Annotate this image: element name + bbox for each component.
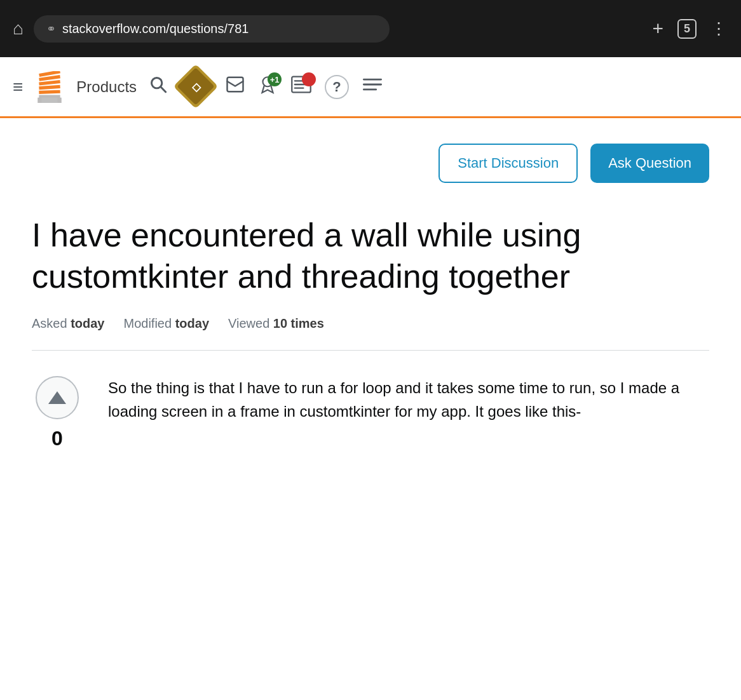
question-body: 0 So the thing is that I have to run a f… — [32, 376, 709, 450]
new-tab-icon[interactable]: + — [652, 18, 663, 39]
so-logo[interactable] — [36, 71, 64, 103]
help-icon[interactable]: ? — [325, 75, 349, 99]
address-bar[interactable]: ⚭ stackoverflow.com/questions/781 — [34, 15, 390, 43]
ask-question-button[interactable]: Ask Question — [590, 144, 709, 183]
review-badge — [302, 72, 316, 86]
so-logo-svg — [36, 71, 64, 103]
question-body-text: So the thing is that I have to run a for… — [108, 376, 709, 423]
review-queues-icon[interactable] — [290, 75, 312, 98]
lock-icon: ⚭ — [46, 22, 56, 36]
search-icon[interactable] — [149, 76, 167, 98]
svg-rect-1 — [39, 90, 60, 93]
achievements-icon[interactable]: +1 — [257, 75, 278, 98]
achievement-badge: +1 — [268, 72, 282, 86]
asked-meta: Asked today — [32, 316, 105, 331]
vote-count: 0 — [51, 427, 63, 450]
main-content: Start Discussion Ask Question I have enc… — [0, 118, 741, 476]
browser-menu-icon[interactable]: ⋮ — [710, 19, 728, 39]
browser-home-icon[interactable]: ⌂ — [13, 18, 24, 39]
svg-rect-10 — [228, 77, 243, 92]
so-header: ≡ Products ◇ — [0, 57, 741, 118]
browser-controls: + 5 ⋮ — [652, 18, 728, 39]
vote-section: 0 — [32, 376, 83, 450]
action-buttons: Start Discussion Ask Question — [32, 144, 709, 183]
asked-value: today — [71, 316, 104, 330]
hamburger-menu-icon[interactable]: ≡ — [13, 78, 23, 96]
inbox-icon[interactable] — [226, 76, 245, 98]
svg-rect-2 — [39, 84, 61, 90]
tabs-count-badge[interactable]: 5 — [677, 19, 697, 39]
viewed-meta: Viewed 10 times — [228, 316, 324, 331]
browser-chrome: ⌂ ⚭ stackoverflow.com/questions/781 + 5 … — [0, 0, 741, 57]
question-title: I have encountered a wall while using cu… — [32, 215, 604, 297]
svg-rect-7 — [42, 97, 58, 102]
products-label[interactable]: Products — [76, 78, 137, 96]
start-discussion-button[interactable]: Start Discussion — [438, 144, 578, 183]
content-divider — [32, 350, 709, 351]
vote-up-button[interactable] — [36, 376, 79, 419]
url-text: stackoverflow.com/questions/781 — [62, 22, 249, 36]
modified-value: today — [175, 316, 209, 330]
svg-line-9 — [161, 87, 166, 92]
upvote-arrow-icon — [48, 391, 66, 404]
viewed-value: 10 times — [273, 316, 324, 330]
question-meta: Asked today Modified today Viewed 10 tim… — [32, 316, 709, 331]
so-diamond-icon[interactable]: ◇ — [180, 71, 213, 104]
chat-icon[interactable] — [362, 75, 383, 98]
modified-meta: Modified today — [124, 316, 210, 331]
